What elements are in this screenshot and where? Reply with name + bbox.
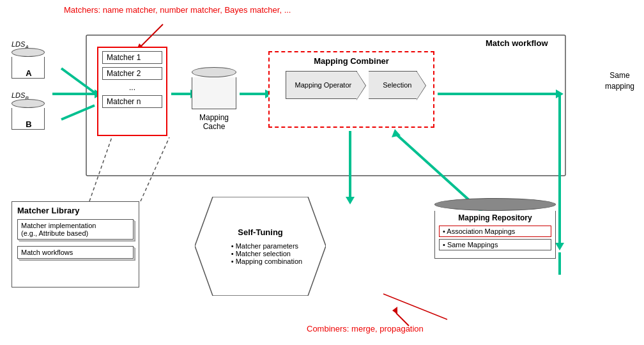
mapping-operator-label: Mapping Operator [295,80,352,89]
mapping-cache-cylinder [192,67,236,109]
self-tuning-content: Self-Tuning • Matcher parameters • Match… [195,197,326,296]
matcher-1: Matcher 1 [102,51,162,64]
mapping-combiner-title: Mapping Combiner [270,56,433,66]
svg-line-20 [141,24,163,47]
matchers-annotation: Matchers: name matcher, number matcher, … [64,5,291,15]
matcher-library-title: Matcher Library [17,206,134,215]
repo-cyl-top [434,198,556,211]
matcher-dots: ... [98,83,166,92]
lds-b-label: LDS [12,91,25,99]
repo-item-2: • Same Mappings [439,239,551,250]
svg-marker-17 [392,129,401,137]
mapping-cache-label: Mapping Cache [192,113,236,131]
mapping-cache-group: Mapping Cache [192,67,236,131]
self-tuning-container: Self-Tuning • Matcher parameters • Match… [195,197,326,296]
same-mapping-label: Samemapping [605,70,634,92]
mapping-operator-shape: Mapping Operator [286,71,358,99]
matchers-box: Matcher 1 Matcher 2 ... Matcher n [97,47,167,136]
selection-label: Selection [383,81,411,89]
combiner-inner: Mapping Operator Selection [270,71,433,99]
lds-b-group: LDSB B [12,93,45,132]
cylinder-b-label: B [12,119,45,129]
svg-marker-23 [392,307,397,314]
selection-shape: Selection [369,71,417,99]
svg-marker-15 [346,197,355,204]
mapping-combiner-box: Mapping Combiner Mapping Operator Select… [268,51,434,128]
match-workflow-label: Match workflow [486,38,548,48]
repo-item-1: • Association Mappings [439,226,551,237]
svg-line-24 [383,294,447,319]
self-tuning-item-1: • Matcher parameters [231,242,302,250]
self-tuning-item-3: • Mapping combination [231,257,302,265]
svg-line-2 [61,105,95,119]
mapping-repo-group: Mapping Repository • Association Mapping… [434,198,556,259]
svg-marker-12 [555,243,564,250]
repo-cyl-body: Mapping Repository • Association Mapping… [434,211,556,259]
combiners-annotation: Combiners: merge, propagation [307,324,424,334]
diagram-container: Matchers: name matcher, number matcher, … [0,0,644,345]
cylinder-a: A [12,48,45,79]
svg-marker-10 [556,89,564,98]
lds-a-label: LDS [12,40,25,48]
cylinder-b: B [12,99,45,130]
lds-a-group: LDSA A [12,42,45,80]
svg-line-18 [89,137,112,201]
matcher-n: Matcher n [102,95,162,108]
matcher-library-box: Matcher Library Matcher implementation(e… [12,201,139,288]
svg-line-1 [61,68,95,93]
cylinder-a-label: A [12,68,45,78]
library-item-1: Matcher implementation(e.g., Attribute b… [17,219,134,240]
matcher-2: Matcher 2 [102,67,162,80]
library-item-2: Match workflows [17,246,134,259]
self-tuning-items: • Matcher parameters • Matcher selection… [218,242,302,265]
svg-line-19 [141,137,169,201]
self-tuning-title: Self-Tuning [238,227,283,237]
repo-cyl-title: Mapping Repository [435,211,555,224]
self-tuning-item-2: • Matcher selection [231,250,302,257]
